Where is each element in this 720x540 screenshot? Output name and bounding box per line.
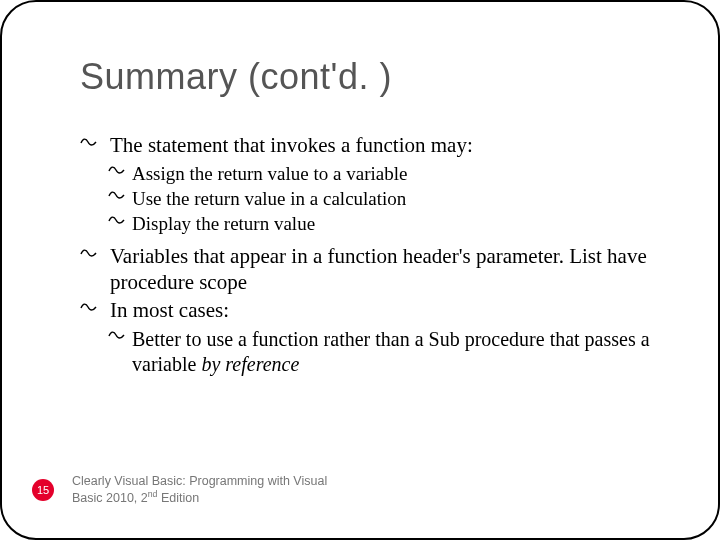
bullet-level1: The statement that invokes a function ma… <box>80 132 658 158</box>
bullet-text: In most cases: <box>110 298 229 322</box>
squiggle-icon <box>108 329 126 348</box>
slide-content: The statement that invokes a function ma… <box>80 132 658 378</box>
slide-frame: Summary (cont'd. ) The statement that in… <box>0 0 720 540</box>
bullet-level2: Use the return value in a calculation <box>80 187 658 211</box>
bullet-level1: Variables that appear in a function head… <box>80 243 658 296</box>
bullet-text: Variables that appear in a function head… <box>110 244 647 294</box>
bullet-text: Use the return value in a calculation <box>132 188 406 209</box>
squiggle-icon <box>108 189 126 208</box>
squiggle-icon <box>108 164 126 183</box>
bullet-level2: Display the return value <box>80 212 658 236</box>
bullet-text: Display the return value <box>132 213 315 234</box>
bullet-level2: Assign the return value to a variable <box>80 162 658 186</box>
bullet-level1: In most cases: <box>80 297 658 323</box>
source-text: Clearly Visual Basic: Programming with V… <box>72 474 352 506</box>
squiggle-icon <box>108 214 126 233</box>
squiggle-icon <box>80 299 98 320</box>
page-number-badge: 15 <box>32 479 54 501</box>
bullet-text: Better to use a function rather than a S… <box>132 328 650 375</box>
bullet-text: Assign the return value to a variable <box>132 163 407 184</box>
bullet-text: The statement that invokes a function ma… <box>110 133 473 157</box>
italic-text: by reference <box>201 353 299 375</box>
slide-title: Summary (cont'd. ) <box>80 56 392 98</box>
squiggle-icon <box>80 134 98 155</box>
slide-footer: 15 Clearly Visual Basic: Programming wit… <box>32 474 352 506</box>
bullet-level2: Better to use a function rather than a S… <box>80 327 658 377</box>
squiggle-icon <box>80 245 98 266</box>
